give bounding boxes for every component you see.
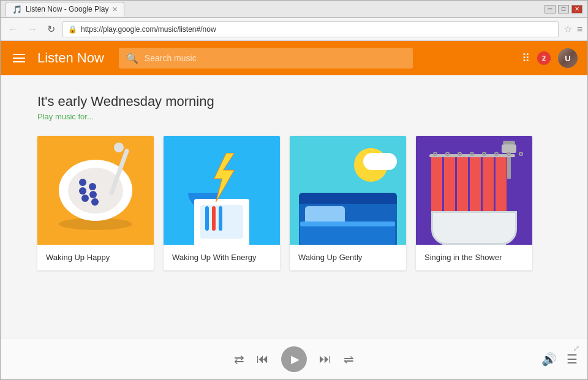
notification-badge[interactable]: 2	[537, 51, 551, 65]
tab-title: Listen Now - Google Play	[26, 5, 108, 13]
title-bar: 🎵 Listen Now - Google Play ✕ ─ □ ✕	[1, 1, 587, 18]
cards-grid: Waking Up Happy	[37, 136, 551, 270]
card3-label: Waking Up Gently	[290, 245, 406, 270]
card3-image	[290, 136, 406, 245]
url-text: https://play.google.com/music/listen#/no…	[81, 25, 216, 34]
volume-btn[interactable]: 🔊	[541, 352, 557, 367]
svg-marker-0	[214, 153, 235, 202]
browser-window: 🎵 Listen Now - Google Play ✕ ─ □ ✕ ← → ↻…	[0, 0, 588, 380]
app-container: Listen Now 🔍 ⠿ 2 U It's early Wednesday …	[1, 41, 587, 379]
card4-label: Singing in the Shower	[416, 245, 532, 270]
browser-menu-btn[interactable]: ≡	[577, 24, 582, 35]
lock-icon: 🔒	[68, 25, 77, 34]
player-right-controls: 🔊 ☰	[541, 352, 578, 367]
forward-btn[interactable]: →	[25, 23, 40, 36]
prev-icon: ⏮	[257, 352, 269, 366]
card2-image	[164, 136, 280, 245]
card3-background	[290, 136, 406, 245]
hamburger-icon	[13, 54, 25, 55]
hamburger-icon	[13, 58, 25, 59]
expand-area: ⤢	[573, 343, 580, 353]
repeat-icon: ⇄	[234, 352, 244, 367]
hamburger-icon	[13, 61, 25, 62]
app-title: Listen Now	[37, 50, 104, 66]
refresh-btn[interactable]: ↻	[45, 22, 58, 36]
notification-count: 2	[537, 51, 551, 65]
next-btn[interactable]: ⏭	[319, 352, 331, 366]
lightning-icon	[205, 153, 239, 202]
repeat-btn[interactable]: ⇄	[234, 352, 244, 367]
card1-label: Waking Up Happy	[37, 245, 154, 270]
card4-background	[416, 136, 532, 245]
header-right: ⠿ 2 U	[522, 48, 578, 68]
window-controls: ─ □ ✕	[545, 5, 582, 13]
player-bar: ⇄ ⏮ ▶ ⏭ ⇌ 🔊 ☰	[1, 338, 587, 379]
card-waking-up-energy[interactable]: Waking Up With Energy	[164, 136, 280, 270]
subtitle-text[interactable]: Play music for...	[37, 112, 551, 121]
url-bar[interactable]: 🔒 https://play.google.com/music/listen#/…	[62, 21, 559, 37]
greeting-text: It's early Wednesday morning	[37, 94, 551, 110]
browser-tab[interactable]: 🎵 Listen Now - Google Play ✕	[6, 2, 124, 17]
volume-icon: 🔊	[541, 352, 557, 367]
maximize-icon: □	[562, 6, 565, 12]
card-singing-shower[interactable]: Singing in the Shower	[416, 136, 532, 270]
close-btn[interactable]: ✕	[571, 5, 582, 13]
shuffle-btn[interactable]: ⇌	[344, 352, 354, 367]
expand-icon: ⤢	[573, 343, 580, 353]
avatar-image: U	[558, 48, 578, 68]
main-content: It's early Wednesday morning Play music …	[1, 75, 587, 338]
search-bar[interactable]: 🔍	[119, 48, 413, 69]
queue-btn[interactable]: ☰	[567, 352, 578, 367]
minimize-icon: ─	[548, 6, 552, 12]
bookmark-btn[interactable]: ☆	[564, 23, 572, 35]
card-waking-up-gently[interactable]: Waking Up Gently	[290, 136, 406, 270]
card1-background	[37, 136, 154, 245]
expand-btn[interactable]: ⤢	[573, 343, 580, 353]
close-icon: ✕	[575, 6, 579, 12]
prev-btn[interactable]: ⏮	[257, 352, 269, 366]
search-input[interactable]	[145, 53, 405, 63]
app-header: Listen Now 🔍 ⠿ 2 U	[1, 41, 587, 75]
minimize-btn[interactable]: ─	[545, 5, 556, 13]
card4-image	[416, 136, 532, 245]
tab-close-btn[interactable]: ✕	[112, 6, 118, 13]
card1-image	[37, 136, 154, 245]
avatar[interactable]: U	[558, 48, 578, 68]
play-btn[interactable]: ▶	[281, 346, 307, 372]
back-btn[interactable]: ←	[6, 23, 20, 36]
shuffle-icon: ⇌	[344, 352, 354, 367]
card-waking-up-happy[interactable]: Waking Up Happy	[37, 136, 154, 270]
queue-icon: ☰	[567, 352, 578, 367]
card2-label: Waking Up With Energy	[164, 245, 280, 270]
next-icon: ⏭	[319, 352, 331, 366]
search-icon: 🔍	[126, 53, 138, 64]
apps-icon[interactable]: ⠿	[522, 51, 530, 65]
play-icon: ▶	[291, 352, 300, 366]
address-bar: ← → ↻ 🔒 https://play.google.com/music/li…	[1, 18, 587, 41]
maximize-btn[interactable]: □	[558, 5, 569, 13]
card2-background	[164, 136, 280, 245]
hamburger-btn[interactable]	[10, 51, 28, 65]
tab-favicon: 🎵	[12, 5, 22, 14]
